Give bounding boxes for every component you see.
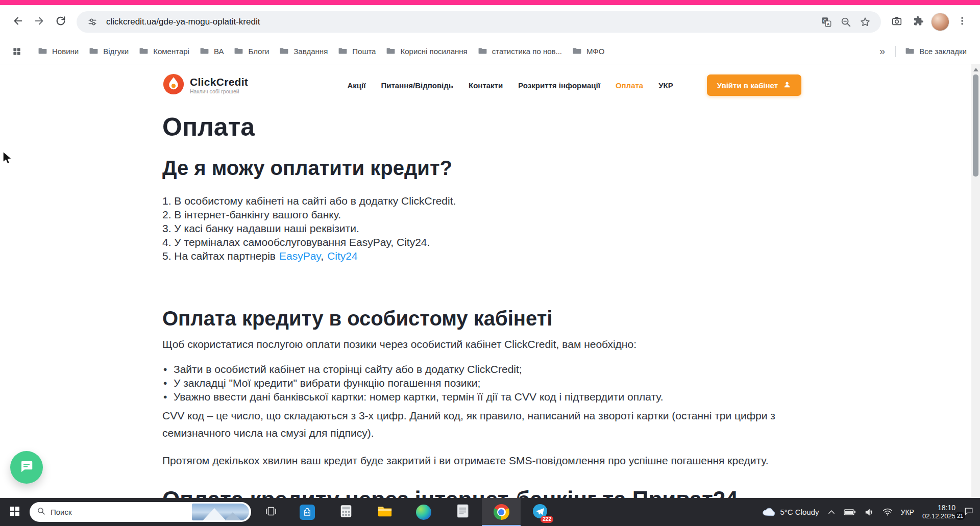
bookmark-item[interactable]: Пошта <box>333 43 381 60</box>
calculator-icon <box>339 504 353 520</box>
task-view-icon <box>265 505 277 519</box>
notification-center-button[interactable]: 21 <box>964 506 974 518</box>
city24-link[interactable]: City24 <box>327 250 358 262</box>
extensions-button[interactable] <box>908 11 929 33</box>
language-selector[interactable]: УКР <box>658 81 673 90</box>
list-item-text: 5. На сайтах партнерів <box>162 250 276 262</box>
chat-bubble-icon <box>19 459 34 476</box>
nav-item-disclosure[interactable]: Розкриття інформації <box>518 81 600 90</box>
chat-widget-button[interactable] <box>10 451 43 484</box>
chrome-icon <box>494 504 509 520</box>
screenshot-button[interactable] <box>886 11 908 33</box>
network-icon[interactable] <box>883 508 893 516</box>
list-item: 4. У терміналах самообслуговування EasyP… <box>162 235 817 249</box>
site-info-icon[interactable] <box>85 14 100 30</box>
back-button[interactable] <box>7 11 29 33</box>
edge-taskbar-icon[interactable] <box>404 498 443 526</box>
chevron-up-icon[interactable] <box>827 509 836 516</box>
battery-icon[interactable] <box>844 509 856 516</box>
page-scrollbar[interactable] <box>971 64 980 526</box>
list-item: Уважно ввести дані банківської картки: н… <box>162 390 817 404</box>
bookmark-star-icon[interactable] <box>857 14 873 30</box>
weather-text: 5°C Cloudy <box>780 508 819 516</box>
bookmark-item[interactable]: Відгуки <box>84 43 134 60</box>
notification-count-badge: 21 <box>955 512 965 520</box>
translate-icon[interactable]: GA <box>819 14 834 30</box>
bookmark-label: Новини <box>52 47 79 56</box>
site-header: ClickCredit Наклич собі грошей Акції Пит… <box>0 64 980 106</box>
nav-item-payment[interactable]: Оплата <box>616 81 643 90</box>
three-dots-icon <box>957 16 967 28</box>
task-view-button[interactable] <box>254 498 288 526</box>
list-item: 2. В інтернет-банкінгу вашого банку. <box>162 208 817 221</box>
browser-menu-button[interactable] <box>951 11 973 33</box>
bookmark-label: Завдання <box>293 47 328 56</box>
bookmark-item[interactable]: Завдання <box>274 43 333 60</box>
bookmark-item[interactable]: Коментарі <box>134 43 194 60</box>
scrollbar-thumb[interactable] <box>973 74 978 177</box>
notification-icon <box>964 506 974 518</box>
site-logo[interactable]: ClickCredit Наклич собі грошей <box>162 73 248 97</box>
taskbar-clock[interactable]: 18:10 02.12.2025 <box>922 504 955 520</box>
nav-item-akcii[interactable]: Акції <box>347 81 365 90</box>
all-bookmarks-button[interactable]: Все закладки <box>900 43 972 60</box>
volume-icon[interactable] <box>864 508 874 516</box>
cvv-note: CVV код – це число, що складаються з 3-х… <box>162 407 808 442</box>
reload-button[interactable] <box>50 11 71 33</box>
bookmarks-bar: Новини Відгуки Коментарі ВА Блоги Завдан… <box>0 39 980 64</box>
folder-icon <box>279 46 289 57</box>
easypay-link[interactable]: EasyPay <box>279 250 321 262</box>
login-button[interactable]: Увійти в кабінет <box>707 74 801 96</box>
login-button-label: Увійти в кабінет <box>717 81 778 90</box>
bookmark-item[interactable]: статистика по нов... <box>473 43 567 60</box>
search-highlight-image[interactable] <box>192 504 249 520</box>
notepad-icon <box>456 504 469 520</box>
sms-note: Протягом декількох хвилин ваш кредит буд… <box>162 454 817 467</box>
calculator-taskbar-icon[interactable] <box>327 498 365 526</box>
folder-icon <box>38 46 47 57</box>
nav-item-faq[interactable]: Питання/Відповідь <box>381 81 453 90</box>
list-item: Зайти в особистий кабінет на сторінці са… <box>162 362 817 376</box>
zoom-icon[interactable] <box>838 14 853 30</box>
bookmark-item[interactable]: МФО <box>567 43 609 60</box>
search-icon <box>37 507 45 517</box>
bookmark-item[interactable]: Новини <box>33 43 84 60</box>
apps-grid-icon[interactable] <box>8 43 26 60</box>
folder-icon <box>234 46 243 57</box>
language-indicator[interactable]: УКР <box>901 508 914 516</box>
store-icon <box>300 505 315 520</box>
bookmark-item[interactable]: Блоги <box>229 43 274 60</box>
start-button[interactable] <box>0 498 30 526</box>
taskbar-search-box[interactable]: Поиск <box>30 502 251 522</box>
clock-date: 02.12.2025 <box>922 512 955 520</box>
address-bar[interactable]: clickcredit.ua/gde-ya-mogu-oplatit-kredi… <box>77 11 881 33</box>
file-explorer-taskbar-icon[interactable] <box>365 498 404 526</box>
link-separator: , <box>321 250 324 262</box>
edge-icon <box>416 505 431 520</box>
forward-button[interactable] <box>29 11 50 33</box>
bookmark-item[interactable]: Корисні посилання <box>381 43 472 60</box>
cabinet-heading: Оплата кредиту в особистому кабінеті <box>162 307 817 330</box>
logo-tagline: Наклич собі грошей <box>190 89 248 95</box>
folder-icon <box>200 46 209 57</box>
notepad-taskbar-icon[interactable] <box>443 498 482 526</box>
scrollbar-up-arrow-icon[interactable] <box>973 68 978 71</box>
forward-arrow-icon <box>34 15 45 29</box>
bookmark-item[interactable]: ВА <box>194 43 229 60</box>
window-theme-strip <box>0 0 980 5</box>
folder-icon <box>572 46 582 57</box>
weather-widget[interactable]: 5°C Cloudy <box>762 506 819 518</box>
profile-avatar[interactable] <box>931 13 949 31</box>
all-bookmarks-label: Все закладки <box>919 47 967 56</box>
store-taskbar-icon[interactable] <box>288 498 327 526</box>
bookmark-label: МФО <box>586 47 604 56</box>
page-content: Оплата Де я можу оплатити кредит? 1. В о… <box>0 106 817 511</box>
bookmarks-overflow-chevron[interactable]: » <box>873 45 891 57</box>
nav-item-contacts[interactable]: Контакти <box>469 81 503 90</box>
file-explorer-icon <box>377 504 393 521</box>
chrome-taskbar-icon[interactable] <box>482 498 521 526</box>
url-text[interactable]: clickcredit.ua/gde-ya-mogu-oplatit-kredi… <box>106 17 815 27</box>
telegram-taskbar-icon[interactable]: 222 <box>521 498 559 526</box>
clock-time: 18:10 <box>922 504 955 512</box>
search-placeholder: Поиск <box>51 508 192 516</box>
